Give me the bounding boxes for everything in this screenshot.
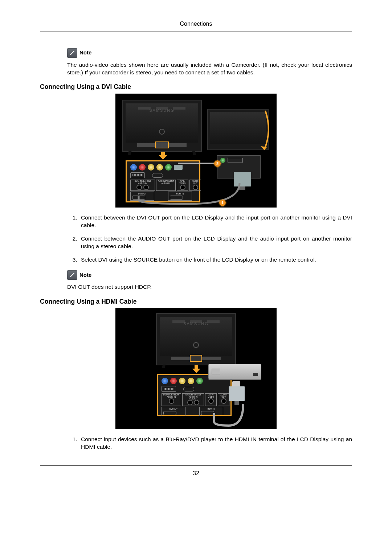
audio-r-jack-icon (139, 164, 146, 171)
figure-hdmi-wrap: SAMSUNG (40, 308, 352, 429)
second-monitor (207, 109, 269, 150)
lcd-screen: SAMSUNG (126, 103, 198, 143)
audio-out-jack-icon (165, 164, 172, 171)
lcd-display: SAMSUNG (156, 313, 236, 365)
highlighted-ports-icon (156, 142, 168, 148)
highlighted-port-icon (191, 356, 201, 361)
hdmi-in-port: HDMI IN (199, 407, 223, 416)
page: Connections Note The audio-video cables … (0, 0, 392, 554)
list-item: Connect between the AUDIO OUT port on th… (79, 235, 352, 250)
note-text-dvi: DVI OUT does not support HDCP. (67, 283, 352, 291)
brand-text: SAMSUNG (126, 108, 198, 113)
list-item: Select DVI using the SOURCE button on th… (79, 256, 352, 264)
dvi-in-port-icon (228, 158, 243, 163)
rgb-port-icon (130, 172, 145, 178)
rear-panel-zoom: DVI / RGB / HDMI AUDIO IN AV/COMPONENT A… (157, 374, 232, 416)
lcd-display: SAMSUNG (122, 100, 202, 152)
dvi-out-port: DVI OUT (130, 192, 154, 201)
rotate-arrow-icon (260, 111, 271, 152)
hdmi-in-port: HDMI IN (168, 192, 192, 201)
brand-text: SAMSUNG (160, 321, 232, 327)
audio-in-jack-icon (130, 164, 137, 171)
list-item: Connect between the DVI OUT port on the … (79, 214, 352, 229)
page-number: 32 (40, 469, 352, 477)
note-label: Note (79, 49, 91, 56)
note-icon (67, 270, 77, 280)
usb-port-icon (152, 173, 163, 178)
note-block-top: Note (67, 48, 352, 58)
stereo-plug-icon (174, 165, 183, 170)
ports-strip (137, 142, 187, 148)
page-header-title: Connections (40, 20, 352, 28)
video-jack-icon (156, 164, 163, 171)
figure-hdmi: SAMSUNG (115, 308, 277, 429)
note-block-dvi: Note (67, 270, 352, 280)
note-icon (67, 48, 77, 58)
figure-dvi-wrap: SAMSUNG (40, 94, 352, 208)
callout-badge-1: 1 (219, 200, 226, 206)
note-label: Note (79, 271, 91, 279)
port-label-row: DVI / RGB / HDMI AUDIO IN AV/COMPONENT A… (162, 393, 227, 406)
dvi-steps-list: Connect between the DVI OUT port on the … (67, 214, 352, 264)
rear-panel-zoom: DVI / RGB / HDMI AUDIO IN AV/COMPONENT A… (126, 160, 200, 202)
hdmi-connector-icon (229, 386, 245, 401)
ir-sensor-icon (159, 129, 165, 135)
hdmi-steps-list: Connect input devices such as a Blu-Ray/… (67, 436, 352, 451)
dvi-out-port: DVI OUT (162, 407, 185, 416)
list-item: Connect input devices such as a Blu-Ray/… (79, 436, 352, 451)
footer-divider (40, 465, 352, 466)
dvi-connector-icon (234, 172, 251, 186)
video-jack-icon (148, 164, 154, 171)
arrow-down-icon (192, 365, 200, 373)
header-divider (40, 32, 352, 32)
heading-hdmi: Connecting Using a HDMI Cable (40, 297, 352, 306)
callout-badge-2: 2 (214, 160, 221, 167)
bluray-player (208, 364, 261, 379)
audio-jack-icon (220, 158, 225, 163)
port-label-row: DVI / RGB / HDMI AUDIO IN AV/COMPONENT A… (130, 180, 196, 191)
figure-dvi: SAMSUNG (115, 94, 277, 208)
heading-dvi: Connecting Using a DVI Cable (40, 83, 352, 91)
arrow-down-icon (159, 152, 167, 160)
note-text-top: The audio-video cables shown here are us… (67, 61, 352, 77)
